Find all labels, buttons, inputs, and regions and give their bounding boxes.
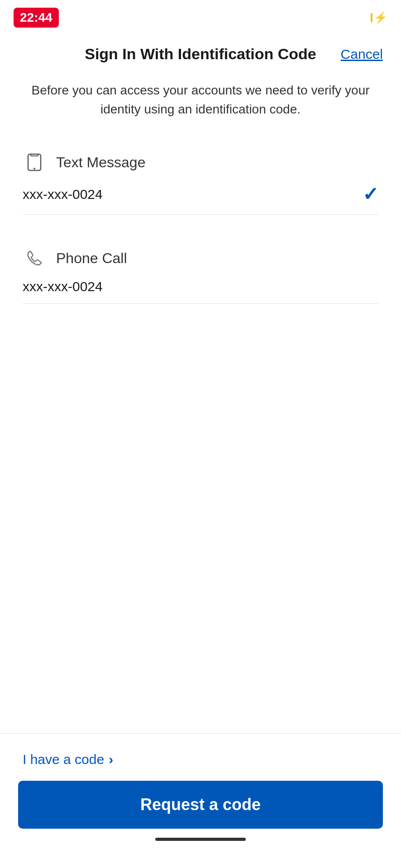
text-message-row[interactable]: xxx-xxx-0024 ✓	[23, 183, 378, 215]
phone-call-row[interactable]: xxx-xxx-0024	[23, 279, 378, 304]
text-message-phone: xxx-xxx-0024	[23, 187, 103, 202]
bottom-divider	[0, 733, 401, 734]
page-title: Sign In With Identification Code	[85, 45, 316, 63]
home-indicator	[0, 829, 401, 841]
text-message-label: Text Message	[56, 154, 145, 171]
svg-rect-1	[31, 154, 38, 156]
chevron-right-icon: ›	[109, 752, 113, 767]
text-message-header: Text Message	[23, 151, 378, 174]
svg-point-2	[33, 168, 35, 170]
text-message-icon	[23, 151, 46, 174]
have-code-link[interactable]: I have a code ›	[0, 747, 401, 781]
cancel-button[interactable]: Cancel	[341, 47, 383, 62]
request-code-button[interactable]: Request a code	[18, 781, 383, 829]
phone-call-section[interactable]: Phone Call xxx-xxx-0024	[0, 233, 401, 304]
home-bar	[155, 838, 246, 841]
have-code-label: I have a code	[23, 752, 104, 767]
status-time: 22:44	[14, 8, 59, 28]
bottom-section: I have a code › Request a code	[0, 733, 401, 868]
battery-bar	[371, 13, 372, 22]
phone-call-label: Phone Call	[56, 250, 127, 267]
description-text: Before you can access your accounts we n…	[0, 72, 401, 137]
page-header: Sign In With Identification Code Cancel	[0, 32, 401, 72]
battery-lightning: ⚡	[374, 11, 387, 24]
phone-call-phone: xxx-xxx-0024	[23, 279, 103, 294]
phone-call-header: Phone Call	[23, 246, 378, 270]
phone-call-icon	[23, 246, 46, 270]
text-message-section[interactable]: Text Message xxx-xxx-0024 ✓	[0, 137, 401, 215]
battery-icon: ⚡	[371, 11, 387, 24]
status-bar: 22:44 ⚡	[0, 0, 401, 32]
text-message-checkmark: ✓	[363, 183, 378, 205]
